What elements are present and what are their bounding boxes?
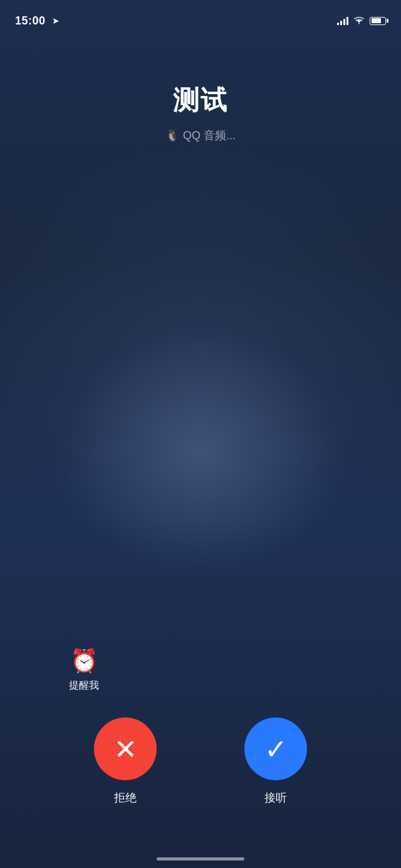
action-buttons: ✕ 拒绝 ✓ 接听 xyxy=(0,717,401,805)
signal-bar-2 xyxy=(340,21,342,25)
signal-bar-1 xyxy=(337,23,339,25)
battery-fill xyxy=(372,18,382,23)
alarm-icon: ⏰ xyxy=(70,648,98,674)
accept-container: ✓ 接听 xyxy=(244,717,307,805)
battery-icon xyxy=(370,17,386,25)
caller-app: 🐧 QQ 音频... xyxy=(165,128,236,143)
signal-bar-4 xyxy=(346,17,348,25)
main-content: 测试 🐧 QQ 音频... ⏰ 提醒我 ✕ 拒绝 ✓ 接听 xyxy=(0,33,401,868)
status-time: 15:00 xyxy=(15,14,46,28)
qq-music-icon: 🐧 xyxy=(165,130,179,141)
caller-app-name: QQ 音频... xyxy=(183,128,236,143)
remind-section[interactable]: ⏰ 提醒我 xyxy=(69,648,99,692)
caller-section: 测试 🐧 QQ 音频... xyxy=(165,83,236,143)
status-bar: 15:00 ➤ xyxy=(0,0,401,33)
remind-label: 提醒我 xyxy=(69,679,99,692)
signal-bars-icon xyxy=(337,16,348,25)
caller-name: 测试 xyxy=(165,83,236,118)
home-indicator xyxy=(157,857,244,860)
accept-icon: ✓ xyxy=(264,733,288,765)
decline-container: ✕ 拒绝 xyxy=(94,717,157,805)
accept-label: 接听 xyxy=(264,790,287,805)
wifi-icon xyxy=(353,16,365,26)
status-right xyxy=(337,16,386,26)
navigation-icon: ➤ xyxy=(52,16,60,26)
decline-icon: ✕ xyxy=(114,733,137,765)
decline-button[interactable]: ✕ xyxy=(94,717,157,780)
accept-button[interactable]: ✓ xyxy=(244,717,307,780)
signal-bar-3 xyxy=(343,19,345,25)
decline-label: 拒绝 xyxy=(114,790,137,805)
